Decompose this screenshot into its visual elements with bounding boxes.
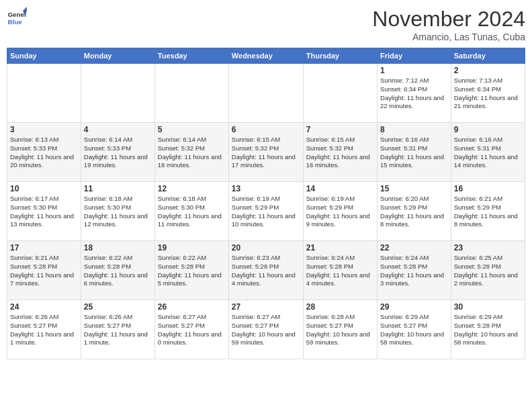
calendar-cell xyxy=(154,64,228,123)
day-number: 11 xyxy=(84,184,152,193)
day-number: 20 xyxy=(232,243,300,253)
day-info: Sunrise: 6:17 AMSunset: 5:30 PMDaylight:… xyxy=(10,195,78,229)
calendar-cell: 24Sunrise: 6:26 AMSunset: 5:27 PMDayligh… xyxy=(7,300,81,359)
day-info: Sunrise: 6:15 AMSunset: 5:32 PMDaylight:… xyxy=(306,136,374,170)
logo-icon: General Blue xyxy=(7,7,27,27)
calendar-cell: 17Sunrise: 6:21 AMSunset: 5:28 PMDayligh… xyxy=(7,241,81,300)
calendar-cell: 7Sunrise: 6:15 AMSunset: 5:32 PMDaylight… xyxy=(303,123,377,182)
day-info: Sunrise: 6:20 AMSunset: 5:29 PMDaylight:… xyxy=(380,195,448,229)
calendar-cell: 29Sunrise: 6:29 AMSunset: 5:27 PMDayligh… xyxy=(378,300,451,359)
day-info: Sunrise: 6:22 AMSunset: 5:28 PMDaylight:… xyxy=(158,254,226,288)
calendar-week-row: 17Sunrise: 6:21 AMSunset: 5:28 PMDayligh… xyxy=(7,241,525,300)
calendar-cell xyxy=(303,64,377,123)
day-info: Sunrise: 6:21 AMSunset: 5:29 PMDaylight:… xyxy=(454,195,522,229)
calendar-cell: 19Sunrise: 6:22 AMSunset: 5:28 PMDayligh… xyxy=(154,241,228,300)
calendar-week-row: 1Sunrise: 7:12 AMSunset: 6:34 PMDaylight… xyxy=(7,64,525,123)
svg-text:Blue: Blue xyxy=(8,18,23,26)
day-info: Sunrise: 6:24 AMSunset: 5:28 PMDaylight:… xyxy=(306,254,374,288)
day-number: 24 xyxy=(10,302,78,312)
day-info: Sunrise: 6:26 AMSunset: 5:27 PMDaylight:… xyxy=(84,313,152,347)
day-info: Sunrise: 6:26 AMSunset: 5:27 PMDaylight:… xyxy=(10,313,78,347)
day-number: 2 xyxy=(454,66,522,75)
day-number: 15 xyxy=(380,184,448,193)
day-info: Sunrise: 6:19 AMSunset: 5:29 PMDaylight:… xyxy=(232,195,300,229)
day-number: 19 xyxy=(158,243,226,253)
day-number: 29 xyxy=(380,302,448,312)
calendar-cell: 1Sunrise: 7:12 AMSunset: 6:34 PMDaylight… xyxy=(378,64,451,123)
calendar-cell: 6Sunrise: 6:15 AMSunset: 5:32 PMDaylight… xyxy=(228,123,303,182)
calendar-week-row: 24Sunrise: 6:26 AMSunset: 5:27 PMDayligh… xyxy=(7,300,525,359)
calendar-cell: 21Sunrise: 6:24 AMSunset: 5:28 PMDayligh… xyxy=(303,241,377,300)
calendar-cell: 4Sunrise: 6:14 AMSunset: 5:33 PMDaylight… xyxy=(81,123,154,182)
day-number: 23 xyxy=(454,243,522,253)
calendar-cell: 25Sunrise: 6:26 AMSunset: 5:27 PMDayligh… xyxy=(81,300,154,359)
calendar-cell: 10Sunrise: 6:17 AMSunset: 5:30 PMDayligh… xyxy=(7,182,81,241)
day-info: Sunrise: 6:14 AMSunset: 5:32 PMDaylight:… xyxy=(158,136,226,170)
calendar-cell xyxy=(81,64,154,123)
calendar-cell: 8Sunrise: 6:16 AMSunset: 5:31 PMDaylight… xyxy=(378,123,451,182)
page-header: General Blue November 2024 Amancio, Las … xyxy=(7,7,525,42)
calendar-cell: 15Sunrise: 6:20 AMSunset: 5:29 PMDayligh… xyxy=(378,182,451,241)
day-number: 25 xyxy=(84,302,152,312)
day-info: Sunrise: 6:21 AMSunset: 5:28 PMDaylight:… xyxy=(10,254,78,288)
calendar-header-row: Sunday Monday Tuesday Wednesday Thursday… xyxy=(7,48,525,64)
day-number: 28 xyxy=(306,302,374,312)
svg-marker-2 xyxy=(23,7,27,11)
col-thursday: Thursday xyxy=(303,48,377,64)
calendar-cell: 12Sunrise: 6:18 AMSunset: 5:30 PMDayligh… xyxy=(154,182,228,241)
day-number: 26 xyxy=(158,302,226,312)
calendar-week-row: 10Sunrise: 6:17 AMSunset: 5:30 PMDayligh… xyxy=(7,182,525,241)
calendar-cell: 16Sunrise: 6:21 AMSunset: 5:29 PMDayligh… xyxy=(451,182,525,241)
day-info: Sunrise: 6:16 AMSunset: 5:31 PMDaylight:… xyxy=(380,136,448,170)
day-number: 14 xyxy=(306,184,374,193)
calendar-cell: 30Sunrise: 6:29 AMSunset: 5:28 PMDayligh… xyxy=(451,300,525,359)
day-info: Sunrise: 6:29 AMSunset: 5:28 PMDaylight:… xyxy=(454,313,522,347)
calendar-cell: 27Sunrise: 6:27 AMSunset: 5:27 PMDayligh… xyxy=(228,300,303,359)
calendar-cell: 23Sunrise: 6:25 AMSunset: 5:28 PMDayligh… xyxy=(451,241,525,300)
day-info: Sunrise: 6:25 AMSunset: 5:28 PMDaylight:… xyxy=(454,254,522,288)
logo: General Blue xyxy=(7,7,27,27)
day-number: 5 xyxy=(158,125,226,134)
day-number: 21 xyxy=(306,243,374,253)
calendar-cell: 5Sunrise: 6:14 AMSunset: 5:32 PMDaylight… xyxy=(154,123,228,182)
calendar-cell: 22Sunrise: 6:24 AMSunset: 5:28 PMDayligh… xyxy=(378,241,451,300)
day-number: 18 xyxy=(84,243,152,253)
col-monday: Monday xyxy=(81,48,154,64)
day-info: Sunrise: 6:18 AMSunset: 5:30 PMDaylight:… xyxy=(158,195,226,229)
calendar-cell: 13Sunrise: 6:19 AMSunset: 5:29 PMDayligh… xyxy=(228,182,303,241)
day-number: 8 xyxy=(380,125,448,134)
col-tuesday: Tuesday xyxy=(154,48,228,64)
location-subtitle: Amancio, Las Tunas, Cuba xyxy=(372,32,525,42)
day-info: Sunrise: 6:28 AMSunset: 5:27 PMDaylight:… xyxy=(306,313,374,347)
day-number: 27 xyxy=(232,302,300,312)
calendar-cell: 18Sunrise: 6:22 AMSunset: 5:28 PMDayligh… xyxy=(81,241,154,300)
day-info: Sunrise: 6:27 AMSunset: 5:27 PMDaylight:… xyxy=(232,313,300,347)
day-info: Sunrise: 6:13 AMSunset: 5:33 PMDaylight:… xyxy=(10,136,78,170)
col-sunday: Sunday xyxy=(7,48,81,64)
day-info: Sunrise: 6:19 AMSunset: 5:29 PMDaylight:… xyxy=(306,195,374,229)
calendar-cell: 9Sunrise: 6:16 AMSunset: 5:31 PMDaylight… xyxy=(451,123,525,182)
day-number: 4 xyxy=(84,125,152,134)
month-title: November 2024 xyxy=(372,7,525,32)
day-info: Sunrise: 6:23 AMSunset: 5:28 PMDaylight:… xyxy=(232,254,300,288)
day-info: Sunrise: 6:24 AMSunset: 5:28 PMDaylight:… xyxy=(380,254,448,288)
day-number: 1 xyxy=(380,66,448,75)
day-info: Sunrise: 7:12 AMSunset: 6:34 PMDaylight:… xyxy=(380,77,448,111)
day-number: 6 xyxy=(232,125,300,134)
calendar-cell: 2Sunrise: 7:13 AMSunset: 6:34 PMDaylight… xyxy=(451,64,525,123)
day-info: Sunrise: 6:14 AMSunset: 5:33 PMDaylight:… xyxy=(84,136,152,170)
col-saturday: Saturday xyxy=(451,48,525,64)
day-info: Sunrise: 6:15 AMSunset: 5:32 PMDaylight:… xyxy=(232,136,300,170)
day-number: 17 xyxy=(10,243,78,253)
day-number: 22 xyxy=(380,243,448,253)
calendar-week-row: 3Sunrise: 6:13 AMSunset: 5:33 PMDaylight… xyxy=(7,123,525,182)
col-friday: Friday xyxy=(378,48,451,64)
calendar-cell xyxy=(228,64,303,123)
calendar-cell: 14Sunrise: 6:19 AMSunset: 5:29 PMDayligh… xyxy=(303,182,377,241)
day-number: 10 xyxy=(10,184,78,193)
day-number: 12 xyxy=(158,184,226,193)
calendar-table: Sunday Monday Tuesday Wednesday Thursday… xyxy=(7,48,525,359)
day-number: 13 xyxy=(232,184,300,193)
title-block: November 2024 Amancio, Las Tunas, Cuba xyxy=(372,7,525,42)
day-info: Sunrise: 6:29 AMSunset: 5:27 PMDaylight:… xyxy=(380,313,448,347)
